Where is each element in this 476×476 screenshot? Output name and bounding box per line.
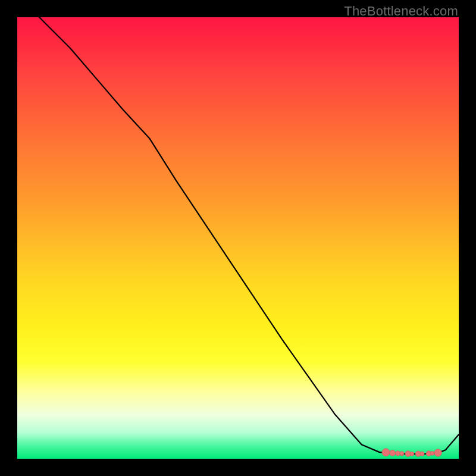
chart-svg bbox=[17, 17, 459, 459]
chart-plot-area bbox=[17, 17, 459, 459]
marker-dot bbox=[420, 452, 424, 456]
marker-dot bbox=[400, 452, 404, 456]
marker-dot bbox=[430, 451, 434, 455]
chart-frame: TheBottleneck.com bbox=[0, 0, 476, 476]
marker-dot bbox=[410, 452, 414, 456]
marker-dot bbox=[390, 450, 396, 456]
attribution-text: TheBottleneck.com bbox=[344, 4, 458, 19]
bottleneck-curve bbox=[17, 17, 459, 454]
marker-cluster bbox=[382, 449, 441, 457]
marker-dot bbox=[434, 449, 441, 456]
marker-dot bbox=[382, 449, 390, 456]
